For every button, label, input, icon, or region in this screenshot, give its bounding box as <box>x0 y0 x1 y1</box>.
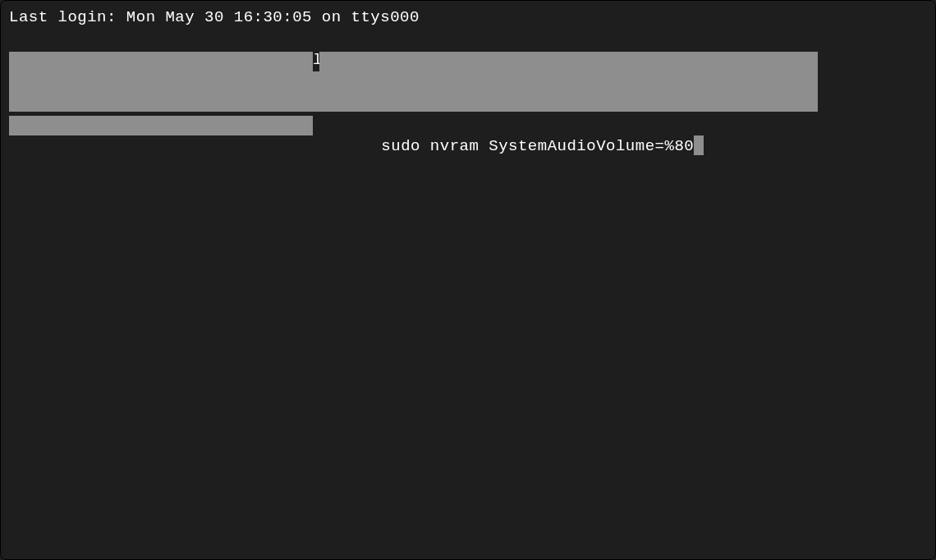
output-line-2 <box>9 71 927 93</box>
last-login-line: Last login: Mon May 30 16:30:05 on ttys0… <box>9 7 927 29</box>
output-line-1: ll i t <box>9 50 927 71</box>
redaction-block-3 <box>9 71 818 93</box>
blank-line <box>9 29 927 50</box>
redaction-block-1 <box>9 52 313 71</box>
command-text: sudo nvram SystemAudioVolume=%80 <box>371 137 694 155</box>
redaction-block-prompt <box>9 116 313 135</box>
redaction-block-2 <box>319 52 818 71</box>
prompt-line[interactable]: sudo nvram SystemAudioVolume=%80 <box>9 114 927 139</box>
output-line-3 <box>9 93 927 114</box>
terminal-cursor <box>694 135 704 155</box>
terminal-window[interactable]: Last login: Mon May 30 16:30:05 on ttys0… <box>1 1 935 145</box>
redaction-block-4 <box>9 93 818 112</box>
